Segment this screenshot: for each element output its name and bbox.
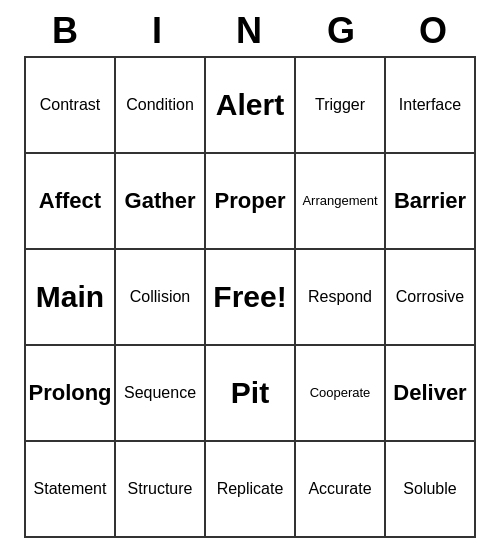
cell-text: Proper — [215, 188, 286, 214]
bingo-cell: Main — [26, 250, 116, 346]
cell-text: Condition — [126, 95, 194, 114]
cell-text: Pit — [231, 375, 269, 411]
header-letter: O — [390, 10, 478, 52]
cell-text: Arrangement — [302, 193, 377, 209]
bingo-grid: ContrastConditionAlertTriggerInterfaceAf… — [24, 56, 476, 538]
cell-text: Sequence — [124, 383, 196, 402]
bingo-cell: Deliver — [386, 346, 476, 442]
bingo-header: BINGO — [20, 10, 480, 52]
header-letter: G — [298, 10, 386, 52]
cell-text: Free! — [213, 279, 286, 315]
bingo-cell: Interface — [386, 58, 476, 154]
cell-text: Soluble — [403, 479, 456, 498]
bingo-cell: Accurate — [296, 442, 386, 538]
cell-text: Respond — [308, 287, 372, 306]
cell-text: Replicate — [217, 479, 284, 498]
cell-text: Structure — [128, 479, 193, 498]
bingo-cell: Sequence — [116, 346, 206, 442]
bingo-cell: Collision — [116, 250, 206, 346]
cell-text: Contrast — [40, 95, 100, 114]
cell-text: Statement — [34, 479, 107, 498]
bingo-cell: Corrosive — [386, 250, 476, 346]
cell-text: Cooperate — [310, 385, 371, 401]
bingo-cell: Arrangement — [296, 154, 386, 250]
header-letter: N — [206, 10, 294, 52]
bingo-cell: Prolong — [26, 346, 116, 442]
bingo-cell: Trigger — [296, 58, 386, 154]
bingo-cell: Barrier — [386, 154, 476, 250]
bingo-cell: Pit — [206, 346, 296, 442]
cell-text: Collision — [130, 287, 190, 306]
cell-text: Trigger — [315, 95, 365, 114]
bingo-cell: Soluble — [386, 442, 476, 538]
cell-text: Alert — [216, 87, 284, 123]
bingo-cell: Cooperate — [296, 346, 386, 442]
cell-text: Main — [36, 279, 104, 315]
bingo-cell: Respond — [296, 250, 386, 346]
bingo-cell: Replicate — [206, 442, 296, 538]
cell-text: Accurate — [308, 479, 371, 498]
cell-text: Gather — [125, 188, 196, 214]
bingo-cell: Structure — [116, 442, 206, 538]
cell-text: Interface — [399, 95, 461, 114]
cell-text: Barrier — [394, 188, 466, 214]
bingo-cell: Free! — [206, 250, 296, 346]
cell-text: Prolong — [28, 380, 111, 406]
bingo-cell: Contrast — [26, 58, 116, 154]
header-letter: I — [114, 10, 202, 52]
cell-text: Deliver — [393, 380, 466, 406]
header-letter: B — [22, 10, 110, 52]
cell-text: Affect — [39, 188, 101, 214]
bingo-cell: Gather — [116, 154, 206, 250]
bingo-cell: Alert — [206, 58, 296, 154]
bingo-cell: Statement — [26, 442, 116, 538]
cell-text: Corrosive — [396, 287, 464, 306]
bingo-cell: Affect — [26, 154, 116, 250]
bingo-cell: Proper — [206, 154, 296, 250]
bingo-cell: Condition — [116, 58, 206, 154]
